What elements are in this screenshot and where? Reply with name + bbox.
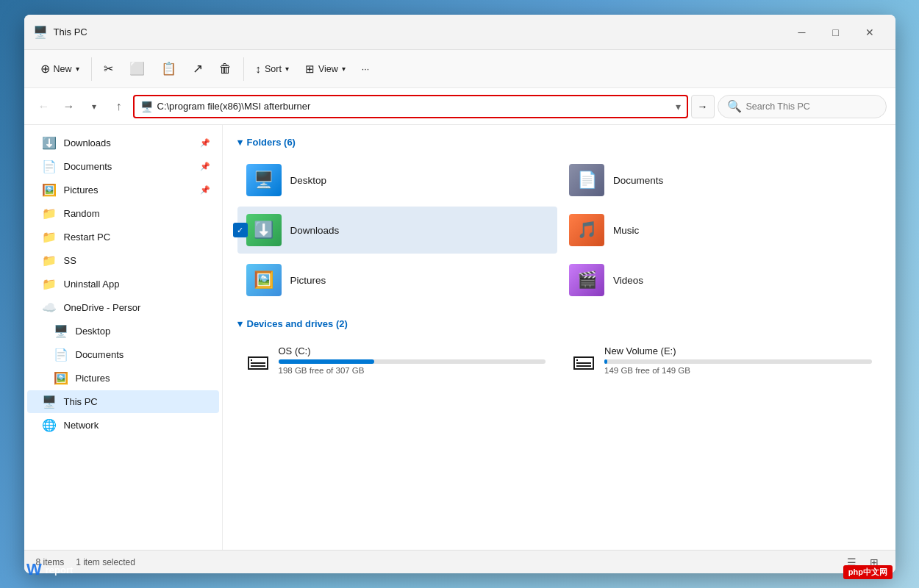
folder-label-downloads: Downloads [290, 225, 340, 236]
sidebar-label-uninstall-app: Uninstall App [64, 279, 120, 290]
sidebar-label-ss: SS [64, 255, 76, 266]
address-chevron-icon[interactable]: ▾ [676, 101, 681, 112]
up-button[interactable]: ↑ [108, 96, 130, 118]
drive-bar-fill-c-drive [279, 359, 375, 364]
sidebar-item-downloads[interactable]: ⬇️ Downloads 📌 [27, 132, 219, 154]
minimize-button[interactable]: ─ [785, 21, 819, 44]
sidebar-item-onedrive[interactable]: ☁️ OneDrive - Persor [27, 296, 219, 319]
folder-label-desktop: Desktop [290, 175, 327, 186]
folder-item-music[interactable]: 🎵 Music [560, 207, 881, 254]
address-input[interactable] [157, 101, 671, 112]
more-button[interactable]: ··· [354, 56, 376, 82]
sidebar-item-uninstall-app[interactable]: 📁 Uninstall App [27, 273, 219, 295]
search-input[interactable] [746, 101, 877, 112]
share-button[interactable]: ↗ [185, 56, 210, 82]
folder-item-videos[interactable]: 🎬 Videos [560, 257, 881, 304]
sidebar-item-pictures[interactable]: 🖼️ Pictures 📌 [27, 179, 219, 201]
sidebar-label-random: Random [64, 208, 100, 219]
sidebar-item-random[interactable]: 📁 Random [27, 202, 219, 225]
drives-section-title: Devices and drives (2) [247, 318, 348, 329]
drive-info-e-drive: New Volume (E:) 149 GB free of 149 GB [604, 345, 872, 375]
drive-item-c-drive[interactable]: 🖴 OS (C:) 198 GB free of 307 GB [237, 338, 555, 382]
sidebar-label-network: Network [64, 420, 99, 431]
sidebar-icon-onedrive: ☁️ [42, 301, 57, 315]
sidebar-label-restart-pc: Restart PC [64, 232, 111, 243]
address-go-button[interactable]: → [691, 95, 715, 118]
sidebar-item-network[interactable]: 🌐 Network [27, 414, 219, 437]
view-icon: ⊞ [305, 62, 315, 76]
sidebar-icon-downloads: ⬇️ [42, 136, 57, 150]
window-title: This PC [54, 26, 785, 37]
drive-icon-e-drive: 🖴 [572, 347, 596, 374]
delete-icon: 🗑 [219, 62, 232, 76]
folder-item-downloads[interactable]: ✓ ⬇️ Downloads [237, 207, 558, 254]
drive-icon-c-drive: 🖴 [246, 347, 270, 374]
folders-section-title: Folders (6) [247, 137, 296, 148]
folder-label-music: Music [613, 225, 639, 236]
sort-chevron-icon: ▾ [285, 65, 289, 73]
close-button[interactable]: ✕ [853, 21, 887, 44]
sidebar-icon-od-documents: 📄 [54, 348, 68, 362]
folder-icon-documents: 📄 [569, 164, 604, 196]
watermark-logo: W [26, 560, 41, 579]
view-button[interactable]: ⊞ View ▾ [298, 56, 353, 82]
new-button[interactable]: ⊕ New ▾ [33, 56, 87, 82]
sidebar-item-documents[interactable]: 📄 Documents 📌 [27, 155, 219, 178]
sidebar-icon-od-pictures: 🖼️ [54, 371, 68, 385]
folder-item-desktop[interactable]: 🖥️ Desktop [237, 157, 558, 204]
cut-button[interactable]: ✂ [96, 56, 121, 82]
search-icon: 🔍 [727, 99, 742, 113]
pin-icon: 📌 [200, 185, 210, 195]
recent-locations-button[interactable]: ▾ [83, 96, 105, 118]
sidebar-label-od-documents: Documents [76, 349, 124, 360]
drive-item-e-drive[interactable]: 🖴 New Volume (E:) 149 GB free of 149 GB [563, 338, 881, 382]
sidebar-label-onedrive: OneDrive - Persor [64, 302, 141, 313]
back-button[interactable]: ← [33, 96, 55, 118]
window-controls: ─ □ ✕ [785, 21, 887, 44]
sidebar-item-od-pictures[interactable]: 🖼️ Pictures [27, 367, 219, 390]
folders-section-header[interactable]: ▾ Folders (6) [237, 137, 881, 148]
sidebar-icon-restart-pc: 📁 [42, 230, 57, 244]
sidebar-item-od-documents[interactable]: 📄 Documents [27, 343, 219, 366]
drives-section-header[interactable]: ▾ Devices and drives (2) [237, 318, 881, 329]
folder-icon-desktop: 🖥️ [246, 164, 282, 196]
sidebar-label-od-pictures: Pictures [76, 373, 110, 384]
watermark: W report [26, 560, 73, 579]
paste-button[interactable]: 📋 [154, 56, 184, 82]
address-folder-icon: 🖥️ [140, 101, 153, 112]
sidebar-icon-network: 🌐 [42, 418, 57, 432]
folder-label-documents: Documents [613, 175, 663, 186]
drive-free-e-drive: 149 GB free of 149 GB [604, 366, 872, 375]
copy-icon: ⬜ [129, 61, 145, 76]
toolbar-separator-1 [91, 57, 92, 81]
folders-chevron-icon: ▾ [237, 137, 243, 148]
sidebar-item-restart-pc[interactable]: 📁 Restart PC [27, 226, 219, 248]
sort-icon: ↕ [256, 62, 262, 75]
folder-icon-videos: 🎬 [569, 264, 604, 296]
drive-name-c-drive: OS (C:) [279, 345, 546, 356]
pin-icon: 📌 [200, 138, 210, 148]
search-box[interactable]: 🔍 [718, 95, 887, 118]
toolbar-separator-2 [243, 57, 244, 81]
maximize-button[interactable]: □ [819, 21, 853, 44]
sort-button[interactable]: ↕ Sort ▾ [248, 56, 296, 82]
delete-button[interactable]: 🗑 [212, 56, 239, 82]
folder-item-pictures[interactable]: 🖼️ Pictures [237, 257, 558, 304]
sidebar-item-this-pc[interactable]: 🖥️ This PC [27, 390, 219, 413]
folder-icon-pictures: 🖼️ [246, 264, 282, 296]
sidebar-item-od-desktop[interactable]: 🖥️ Desktop [27, 320, 219, 343]
address-bar[interactable]: 🖥️ ▾ [133, 95, 688, 118]
watermark-text: report [46, 564, 74, 576]
view-chevron-icon: ▾ [342, 65, 346, 73]
drive-free-c-drive: 198 GB free of 307 GB [279, 366, 546, 375]
new-chevron-icon: ▾ [76, 65, 79, 73]
folder-item-documents[interactable]: 📄 Documents [560, 157, 881, 204]
copy-button[interactable]: ⬜ [122, 56, 152, 82]
php-badge: php中文网 [843, 565, 893, 579]
drive-bar-c-drive [279, 359, 546, 364]
drive-bar-fill-e-drive [604, 359, 607, 364]
sidebar-item-ss[interactable]: 📁 SS [27, 249, 219, 272]
sidebar-icon-this-pc: 🖥️ [42, 395, 57, 409]
forward-button[interactable]: → [58, 96, 80, 118]
paste-icon: 📋 [161, 61, 176, 76]
